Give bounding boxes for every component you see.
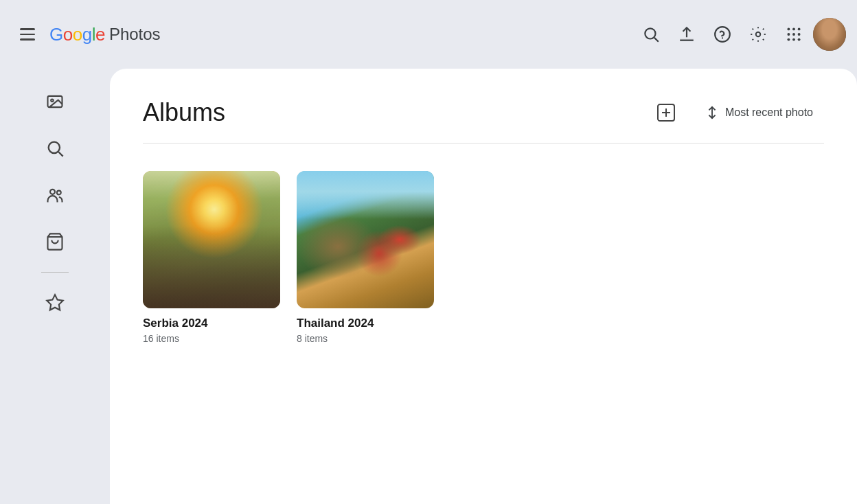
- help-button[interactable]: [706, 18, 739, 51]
- sidebar-item-search[interactable]: [27, 126, 82, 170]
- svg-marker-22: [47, 295, 62, 310]
- svg-point-16: [51, 100, 54, 102]
- upload-button[interactable]: [670, 18, 703, 51]
- albums-grid: Serbia 2024 16 items Thailand 2024 8 ite…: [110, 144, 857, 371]
- svg-point-20: [57, 191, 61, 195]
- logo[interactable]: Google Photos: [49, 24, 161, 45]
- logo-photos-text: Photos: [109, 25, 161, 44]
- help-icon: [713, 25, 731, 43]
- star-icon: [45, 293, 65, 312]
- menu-button[interactable]: [11, 18, 44, 51]
- sort-button[interactable]: Most recent photo: [694, 100, 824, 126]
- album-thumbnail-serbia: [143, 171, 280, 308]
- shop-icon: [45, 232, 65, 251]
- album-thumbnail-thailand: [297, 171, 434, 308]
- svg-point-9: [787, 33, 790, 36]
- svg-point-6: [787, 27, 790, 30]
- svg-point-0: [645, 28, 655, 38]
- svg-point-12: [787, 38, 790, 41]
- album-name-thailand: Thailand 2024: [297, 317, 434, 330]
- main-content: Albums Most recent photo: [110, 69, 857, 504]
- svg-point-3: [715, 27, 730, 42]
- header-actions: [635, 18, 846, 51]
- svg-point-17: [49, 142, 60, 153]
- logo-google-text: Google: [49, 24, 105, 45]
- sidebar-item-shop[interactable]: [27, 220, 82, 264]
- svg-point-8: [798, 27, 801, 30]
- hamburger-icon: [20, 28, 35, 41]
- create-album-button[interactable]: [650, 96, 683, 129]
- svg-point-7: [792, 27, 795, 30]
- apps-icon: [785, 25, 803, 43]
- people-icon: [45, 185, 65, 205]
- search-sidebar-icon: [45, 139, 65, 158]
- sidebar-item-people[interactable]: [27, 173, 82, 217]
- avatar[interactable]: [813, 18, 846, 51]
- album-count-serbia: 16 items: [143, 333, 280, 344]
- album-count-thailand: 8 items: [297, 333, 434, 344]
- svg-point-11: [798, 33, 801, 36]
- page-title: Albums: [143, 98, 639, 127]
- svg-point-4: [722, 37, 723, 38]
- sort-icon: [705, 105, 720, 120]
- photo-icon: [45, 92, 65, 111]
- upload-icon: [678, 25, 696, 43]
- sidebar-divider: [41, 272, 69, 273]
- album-name-serbia: Serbia 2024: [143, 317, 280, 330]
- svg-line-18: [58, 152, 62, 156]
- sidebar-item-photos[interactable]: [27, 80, 82, 124]
- svg-line-1: [654, 38, 659, 42]
- svg-point-19: [50, 190, 55, 194]
- header: Google Photos: [0, 0, 857, 69]
- apps-button[interactable]: [777, 18, 810, 51]
- search-icon: [642, 25, 660, 43]
- album-card-thailand[interactable]: Thailand 2024 8 items: [297, 171, 434, 344]
- sidebar-item-favorites[interactable]: [27, 281, 82, 325]
- sidebar: [0, 69, 110, 504]
- svg-point-13: [792, 38, 795, 41]
- album-card-serbia[interactable]: Serbia 2024 16 items: [143, 171, 280, 344]
- add-album-icon: [655, 102, 677, 124]
- settings-button[interactable]: [742, 18, 775, 51]
- svg-point-5: [756, 32, 761, 37]
- sort-label: Most recent photo: [725, 106, 813, 119]
- svg-point-10: [792, 33, 795, 36]
- svg-point-14: [798, 38, 801, 41]
- body: Albums Most recent photo: [0, 69, 857, 504]
- settings-icon: [749, 25, 767, 43]
- albums-header: Albums Most recent photo: [110, 69, 857, 143]
- search-button[interactable]: [635, 18, 667, 51]
